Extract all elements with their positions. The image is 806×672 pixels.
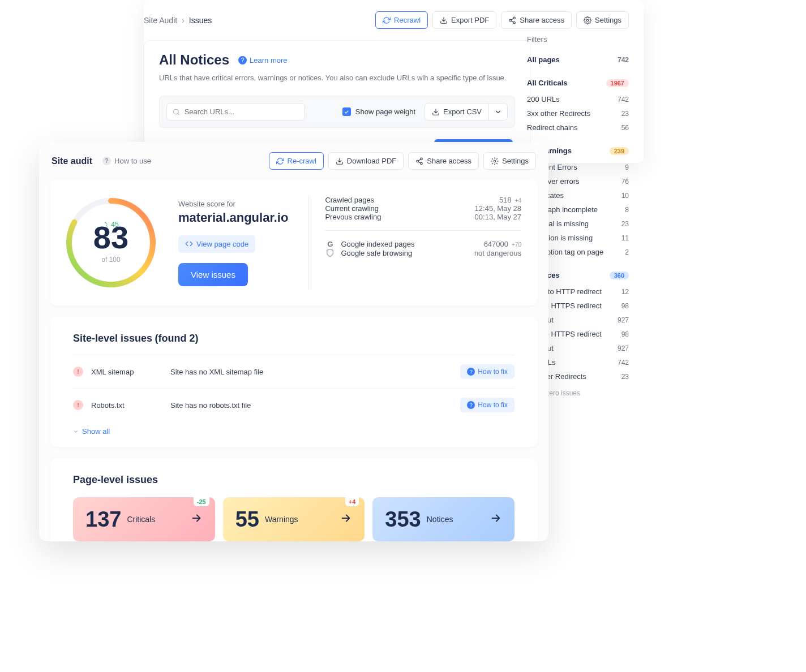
- error-icon: !: [73, 400, 83, 410]
- share-icon: [508, 16, 516, 24]
- score-label: Website score for: [178, 200, 288, 208]
- download-icon: [440, 16, 448, 24]
- chevron-right-icon: ›: [182, 16, 185, 25]
- issue-row: ! Robots.txt Site has no robots.txt file…: [73, 388, 515, 421]
- search-input[interactable]: [166, 103, 305, 120]
- chevron-down-icon: [73, 429, 79, 434]
- settings-button[interactable]: Settings: [576, 11, 629, 29]
- stat-row: Google safe browsingnot dangerous: [325, 248, 521, 257]
- gear-icon: [491, 157, 499, 165]
- filter-item[interactable]: 200 URLs742: [527, 92, 629, 106]
- help-icon: ?: [102, 157, 111, 165]
- breadcrumb: Site Audit › Issues: [144, 16, 212, 25]
- export-csv-dropdown[interactable]: [489, 103, 508, 120]
- breadcrumb-root[interactable]: Site Audit: [144, 16, 177, 25]
- stat-row: Current crawling12:45, May 28: [325, 204, 521, 213]
- filter-item[interactable]: 3xx other Redirects23: [527, 106, 629, 120]
- svg-point-8: [494, 160, 496, 162]
- description: URLs that have critical errors, warnings…: [159, 74, 515, 82]
- card-label: Warnings: [265, 515, 298, 524]
- how-to-fix-button[interactable]: ?How to fix: [460, 398, 515, 412]
- help-icon: ?: [467, 401, 475, 409]
- breadcrumb-current: Issues: [189, 16, 212, 25]
- share-button[interactable]: Share access: [408, 152, 479, 170]
- criticals-badge: 1967: [606, 79, 629, 87]
- recrawl-button[interactable]: Re-crawl: [269, 152, 324, 170]
- filter-criticals-header[interactable]: All Criticals1967: [527, 76, 629, 90]
- stat-row: GGoogle indexed pages647000+70: [325, 240, 521, 248]
- issue-card-criticals[interactable]: -25 137 Criticals: [73, 497, 215, 541]
- score-max: of 100: [101, 256, 120, 264]
- how-to-use-link[interactable]: ? How to use: [102, 157, 151, 165]
- score-gauge: 45 83 of 100: [64, 196, 158, 290]
- front-header: Site audit ? How to use Re-crawl Downloa…: [39, 152, 548, 180]
- gear-icon: [584, 16, 591, 24]
- how-to-fix-button[interactable]: ?How to fix: [460, 364, 515, 379]
- card-count: 353: [385, 507, 421, 532]
- site-level-section: Site-level issues (found 2) ! XML sitema…: [50, 317, 537, 447]
- hero-middle: Website score for material.angular.io Vi…: [178, 196, 288, 290]
- page-level-section: Page-level issues -25 137 Criticals +4 5…: [50, 458, 537, 541]
- code-icon: [185, 240, 193, 248]
- arrow-right-icon: [340, 512, 352, 527]
- filter-all-pages[interactable]: All pages742: [527, 53, 629, 67]
- settings-button[interactable]: Settings: [483, 152, 536, 170]
- hero-stats: Crawled pages518+4Current crawling12:45,…: [308, 196, 521, 290]
- filters-heading: Filters: [527, 35, 629, 44]
- share-icon: [415, 157, 423, 165]
- hero-card: 45 83 of 100 Website score for material.…: [50, 180, 537, 305]
- delta-chip: -25: [194, 497, 209, 506]
- card-label: Notices: [427, 515, 453, 524]
- site-level-title: Site-level issues: [73, 333, 152, 344]
- card-count: 55: [235, 507, 259, 532]
- svg-point-3: [586, 19, 589, 21]
- refresh-icon: [276, 157, 284, 165]
- help-icon: ?: [238, 56, 247, 64]
- domain-name: material.angular.io: [178, 210, 288, 225]
- page-title: All Notices: [159, 52, 229, 68]
- site-level-count: (found 2): [155, 333, 199, 344]
- download-pdf-button[interactable]: Download PDF: [328, 152, 404, 170]
- help-icon: ?: [467, 368, 475, 376]
- share-button[interactable]: Share access: [501, 11, 572, 29]
- site-audit-card: Site audit ? How to use Re-crawl Downloa…: [39, 142, 548, 541]
- card-title: Site audit: [52, 156, 92, 166]
- chevron-down-icon: [494, 108, 502, 116]
- export-pdf-button[interactable]: Export PDF: [432, 11, 496, 29]
- stat-row: Prevous crawling00:13, May 27: [325, 213, 521, 221]
- warnings-badge: 239: [610, 147, 629, 155]
- card-count: 137: [85, 507, 121, 532]
- issues-panel: Site Audit › Issues Recrawl Export PDF S…: [144, 0, 644, 163]
- header-actions: Recrawl Export PDF Share access Settings: [375, 11, 629, 29]
- issue-label: Robots.txt: [91, 401, 170, 410]
- shield-icon: [325, 248, 335, 257]
- notices-badge: 360: [610, 272, 629, 279]
- learn-more-link[interactable]: ? Learn more: [238, 56, 287, 64]
- download-icon: [432, 108, 440, 116]
- checkbox-icon: [342, 107, 351, 116]
- refresh-icon: [383, 16, 391, 24]
- arrow-right-icon: [490, 512, 502, 527]
- card-label: Criticals: [127, 515, 155, 524]
- stat-row: Crawled pages518+4: [325, 196, 521, 204]
- trend-up-icon: [104, 221, 109, 228]
- recrawl-button[interactable]: Recrawl: [375, 11, 428, 29]
- arrow-right-icon: [190, 512, 203, 527]
- view-code-button[interactable]: View page code: [178, 235, 255, 253]
- header: Site Audit › Issues Recrawl Export PDF S…: [144, 0, 644, 40]
- issue-card-notices[interactable]: 353 Notices: [372, 497, 515, 541]
- error-icon: !: [73, 367, 83, 377]
- show-all-button[interactable]: Show all: [73, 427, 515, 436]
- export-csv-button[interactable]: Export CSV: [425, 103, 489, 120]
- page-level-title: Page-level issues: [73, 474, 515, 486]
- download-icon: [336, 157, 344, 165]
- trend-indicator: 45: [103, 221, 118, 229]
- view-issues-button[interactable]: View issues: [178, 263, 248, 286]
- filter-item[interactable]: Redirect chains56: [527, 120, 629, 135]
- issue-desc: Site has no XML sitemap file: [170, 368, 460, 376]
- issue-card-warnings[interactable]: +4 55 Warnings: [223, 497, 365, 541]
- show-weight-checkbox[interactable]: Show page weight: [342, 107, 415, 116]
- issue-label: XML sitemap: [91, 368, 170, 376]
- issue-desc: Site has no robots.txt file: [170, 401, 460, 410]
- issue-row: ! XML sitemap Site has no XML sitemap fi…: [73, 355, 515, 388]
